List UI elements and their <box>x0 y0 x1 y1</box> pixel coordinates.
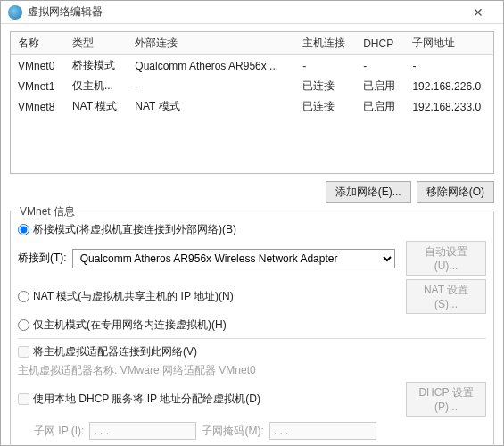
cell-dhcp: 已启用 <box>356 96 405 117</box>
cell-dhcp: 已启用 <box>356 76 405 96</box>
bridge-mode-radio[interactable]: 桥接模式(将虚拟机直接连接到外部网络)(B) <box>18 222 236 237</box>
col-dhcp[interactable]: DHCP <box>356 32 405 55</box>
titlebar: 虚拟网络编辑器 ✕ <box>1 1 503 24</box>
dhcp-settings-button: DHCP 设置(P)... <box>406 382 486 417</box>
dhcp-service-label: 使用本地 DHCP 服务将 IP 地址分配给虚拟机(D) <box>33 392 260 407</box>
dhcp-service-input <box>18 393 29 405</box>
subnet-ip-label: 子网 IP (I): <box>34 424 84 439</box>
subnet-ip-input <box>89 422 196 440</box>
nat-mode-radio-input[interactable] <box>18 291 29 302</box>
host-adapter-name-label: 主机虚拟适配器名称: VMware 网络适配器 VMnet0 <box>18 363 256 378</box>
nat-mode-radio[interactable]: NAT 模式(与虚拟机共享主机的 IP 地址)(N) <box>18 289 234 304</box>
table-row[interactable]: VMnet8NAT 模式NAT 模式已连接已启用192.168.233.0 <box>11 96 493 117</box>
cell-type: 桥接模式 <box>65 55 128 77</box>
dhcp-service-checkbox: 使用本地 DHCP 服务将 IP 地址分配给虚拟机(D) <box>18 392 260 407</box>
close-icon[interactable]: ✕ <box>460 5 496 20</box>
col-type[interactable]: 类型 <box>65 32 128 55</box>
connect-host-adapter-label: 将主机虚拟适配器连接到此网络(V) <box>33 344 197 359</box>
cell-ext: - <box>128 76 295 96</box>
network-table: 名称 类型 外部连接 主机连接 DHCP 子网地址 VMnet0桥接模式Qual… <box>10 31 494 174</box>
subnet-mask-input <box>269 422 376 440</box>
vmnet-info-group: VMnet 信息 桥接模式(将虚拟机直接连接到外部网络)(B) 桥接到(T): … <box>10 211 494 446</box>
cell-name: VMnet1 <box>11 76 65 96</box>
remove-network-button[interactable]: 移除网络(O) <box>417 181 494 203</box>
cell-host: 已连接 <box>295 76 356 96</box>
cell-type: NAT 模式 <box>65 96 128 117</box>
connect-host-adapter-checkbox: 将主机虚拟适配器连接到此网络(V) <box>18 344 197 359</box>
hostonly-mode-label: 仅主机模式(在专用网络内连接虚拟机)(H) <box>33 318 227 333</box>
table-row[interactable]: VMnet1仅主机...-已连接已启用192.168.226.0 <box>11 76 493 96</box>
cell-name: VMnet8 <box>11 96 65 117</box>
hostonly-mode-radio[interactable]: 仅主机模式(在专用网络内连接虚拟机)(H) <box>18 318 227 333</box>
bridge-mode-label: 桥接模式(将虚拟机直接连接到外部网络)(B) <box>33 222 236 237</box>
nat-settings-button: NAT 设置(S)... <box>406 279 486 314</box>
col-name[interactable]: 名称 <box>11 32 65 55</box>
cell-ext: Qualcomm Atheros AR956x ... <box>128 55 295 77</box>
cell-subnet: - <box>405 55 493 77</box>
cell-ext: NAT 模式 <box>128 96 295 117</box>
cell-name: VMnet0 <box>11 55 65 77</box>
bridge-adapter-select[interactable]: Qualcomm Atheros AR956x Wireless Network… <box>72 249 395 268</box>
window-title: 虚拟网络编辑器 <box>28 4 460 20</box>
bridge-to-label: 桥接到(T): <box>18 251 67 266</box>
cell-type: 仅主机... <box>65 76 128 96</box>
col-host[interactable]: 主机连接 <box>295 32 356 55</box>
virtual-network-editor-dialog: 虚拟网络编辑器 ✕ 名称 类型 外部连接 主机连接 DHCP 子网地址 VMne… <box>0 0 504 446</box>
col-ext[interactable]: 外部连接 <box>128 32 295 55</box>
hostonly-mode-radio-input[interactable] <box>18 319 29 331</box>
cell-host: - <box>295 55 356 77</box>
table-row[interactable]: VMnet0桥接模式Qualcomm Atheros AR956x ...--- <box>11 55 493 77</box>
cell-subnet: 192.168.233.0 <box>405 96 493 117</box>
dialog-content: 名称 类型 外部连接 主机连接 DHCP 子网地址 VMnet0桥接模式Qual… <box>1 24 503 446</box>
add-network-button[interactable]: 添加网络(E)... <box>326 181 411 203</box>
network-actions: 添加网络(E)... 移除网络(O) <box>10 174 494 209</box>
auto-settings-button: 自动设置(U)... <box>406 241 486 276</box>
cell-host: 已连接 <box>295 96 356 117</box>
connect-host-adapter-input <box>18 346 29 358</box>
bridge-mode-radio-input[interactable] <box>18 224 29 235</box>
col-subnet[interactable]: 子网地址 <box>405 32 493 55</box>
app-icon <box>8 5 22 20</box>
table-header-row: 名称 类型 外部连接 主机连接 DHCP 子网地址 <box>11 32 493 55</box>
cell-subnet: 192.168.226.0 <box>405 76 493 96</box>
vmnet-info-title: VMnet 信息 <box>16 204 78 219</box>
nat-mode-label: NAT 模式(与虚拟机共享主机的 IP 地址)(N) <box>33 289 234 304</box>
subnet-mask-label: 子网掩码(M): <box>202 424 263 439</box>
cell-dhcp: - <box>356 55 405 77</box>
separator <box>18 338 486 339</box>
